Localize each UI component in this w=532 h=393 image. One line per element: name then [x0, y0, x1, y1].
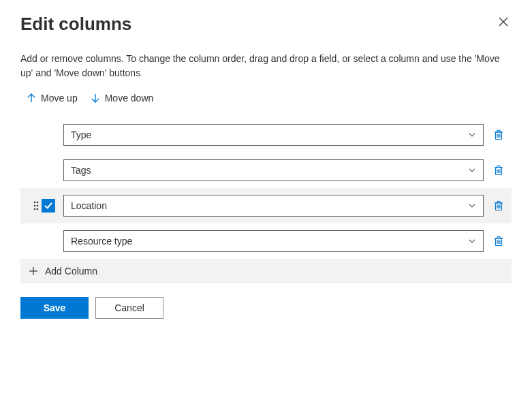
column-row: Type [20, 117, 512, 153]
delete-column-button[interactable] [489, 196, 508, 215]
svg-point-22 [34, 205, 36, 207]
columns-list: Type Tags [20, 117, 512, 259]
svg-point-24 [34, 208, 36, 210]
checkmark-icon [44, 201, 53, 210]
close-button[interactable] [495, 14, 512, 32]
delete-column-button[interactable] [489, 161, 508, 180]
save-button[interactable]: Save [20, 297, 89, 319]
panel-title: Edit columns [20, 14, 131, 35]
column-select[interactable]: Type [63, 124, 484, 146]
panel-description: Add or remove columns. To change the col… [20, 52, 512, 80]
arrow-down-icon [90, 93, 101, 104]
row-checkbox[interactable] [42, 199, 55, 213]
move-up-label: Move up [41, 93, 78, 104]
column-select[interactable]: Location [63, 195, 484, 217]
chevron-down-icon [468, 237, 476, 245]
arrow-up-icon [26, 93, 37, 104]
svg-point-20 [34, 202, 36, 204]
plus-icon [29, 266, 38, 276]
svg-point-23 [37, 205, 39, 207]
chevron-down-icon [468, 202, 476, 210]
svg-line-40 [500, 237, 501, 239]
svg-line-18 [500, 166, 501, 168]
column-row: Tags [20, 153, 512, 188]
column-select-value: Location [71, 200, 107, 211]
svg-line-17 [497, 166, 498, 168]
chevron-down-icon [468, 166, 476, 174]
svg-line-32 [500, 202, 501, 204]
column-select-value: Tags [71, 165, 91, 176]
move-down-label: Move down [105, 93, 154, 104]
delete-column-button[interactable] [489, 125, 508, 144]
svg-line-39 [497, 237, 498, 239]
cancel-button[interactable]: Cancel [95, 297, 163, 319]
close-icon [498, 16, 509, 27]
column-row: Location [20, 188, 512, 223]
move-up-button[interactable]: Move up [26, 93, 78, 104]
trash-icon [493, 200, 504, 211]
column-select[interactable]: Resource type [63, 230, 484, 252]
trash-icon [493, 129, 504, 140]
svg-point-25 [37, 208, 39, 210]
column-row: Resource type [20, 223, 512, 259]
drag-area [20, 199, 58, 213]
column-select[interactable]: Tags [63, 159, 484, 181]
trash-icon [493, 236, 504, 247]
svg-point-21 [37, 202, 39, 204]
add-column-button[interactable]: Add Column [20, 259, 512, 283]
column-select-value: Type [71, 129, 91, 140]
svg-line-9 [497, 131, 498, 133]
add-column-label: Add Column [45, 266, 97, 277]
trash-icon [493, 165, 504, 176]
chevron-down-icon [468, 131, 476, 139]
move-down-button[interactable]: Move down [90, 93, 154, 104]
delete-column-button[interactable] [489, 232, 508, 251]
svg-line-10 [500, 131, 501, 133]
column-select-value: Resource type [71, 236, 132, 247]
svg-line-31 [497, 202, 498, 204]
drag-handle-icon[interactable] [33, 201, 39, 210]
